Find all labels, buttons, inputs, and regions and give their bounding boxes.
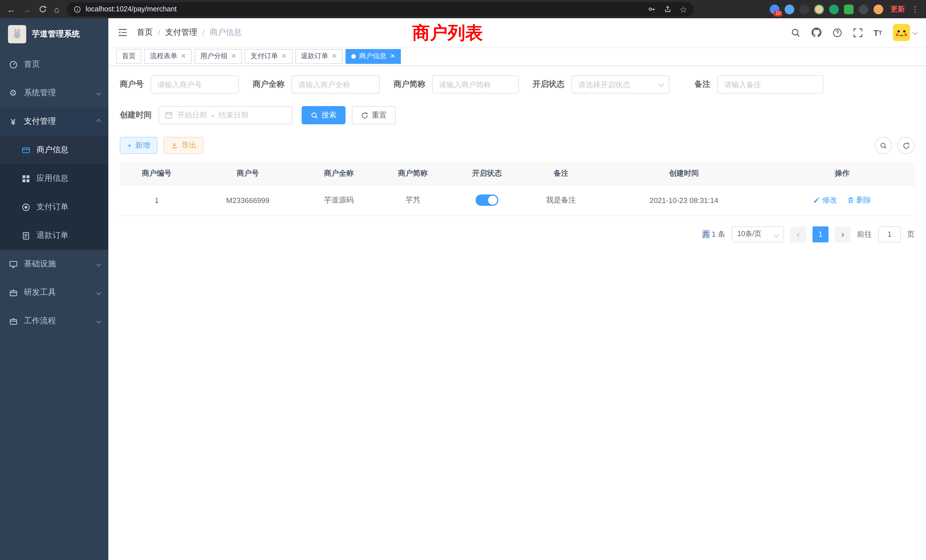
status-select[interactable]: [571, 75, 669, 94]
refresh-icon: [902, 142, 910, 149]
sidebar-item-payment[interactable]: ¥ 支付管理: [0, 107, 108, 136]
url-text[interactable]: localhost:1024/pay/merchant: [86, 5, 177, 13]
bookmark-star-icon[interactable]: ☆: [679, 5, 687, 14]
status-select-input[interactable]: [571, 75, 669, 94]
sidebar-item-home[interactable]: 首页: [0, 50, 108, 79]
extension-icon[interactable]: [844, 4, 853, 14]
add-button[interactable]: + 新增: [120, 137, 157, 154]
export-button[interactable]: 导出: [163, 137, 204, 154]
share-icon[interactable]: [663, 5, 672, 13]
fullscreen-icon[interactable]: [853, 28, 862, 37]
short-name-label: 商户简称: [393, 79, 425, 89]
search-button[interactable]: 搜索: [302, 106, 345, 124]
extension-icon[interactable]: [799, 4, 809, 14]
tag-home[interactable]: 首页: [117, 49, 141, 64]
document-icon: [21, 231, 31, 240]
status-label: 开启状态: [533, 79, 564, 89]
edit-button[interactable]: 修改: [813, 195, 837, 205]
sidebar-item-app-info[interactable]: 应用信息: [0, 164, 108, 193]
home-icon[interactable]: ⌂: [54, 5, 59, 14]
refresh-table-button[interactable]: [897, 137, 915, 154]
password-key-icon[interactable]: [648, 5, 655, 13]
extension-icon[interactable]: 10: [770, 4, 779, 14]
search-icon[interactable]: [791, 28, 800, 37]
cell-full-name: 芋道源码: [302, 185, 376, 216]
extension-icon[interactable]: [859, 4, 869, 14]
full-name-label: 商户全称: [253, 79, 284, 89]
hamburger-icon[interactable]: [118, 28, 128, 37]
date-start-placeholder: 开始日期: [177, 110, 207, 120]
tag-process-form[interactable]: 流程表单 ✕: [144, 49, 192, 64]
yen-icon: ¥: [8, 117, 18, 126]
top-navbar: 首页 / 支付管理 / 商户信息: [108, 18, 926, 47]
sidebar-item-dev-tools[interactable]: 研发工具: [0, 278, 108, 307]
github-icon[interactable]: [811, 27, 822, 38]
user-avatar[interactable]: [893, 24, 917, 41]
sidebar-item-workflow[interactable]: 工作流程: [0, 307, 108, 335]
delete-button[interactable]: 删除: [847, 195, 871, 205]
breadcrumb: 首页 / 支付管理 / 商户信息: [137, 27, 242, 38]
extension-icon[interactable]: [785, 4, 794, 14]
goto-label: 前往: [857, 229, 872, 239]
back-icon[interactable]: ←: [7, 5, 15, 14]
date-end-placeholder: 结束日期: [219, 110, 248, 120]
chevron-down-icon: [96, 319, 101, 324]
merchant-no-input[interactable]: [151, 75, 239, 94]
page-unit-label: 页: [907, 229, 915, 239]
close-icon[interactable]: ✕: [331, 53, 337, 60]
chevron-down-icon: [773, 232, 779, 237]
close-icon[interactable]: ✕: [231, 53, 236, 60]
extension-icon[interactable]: [814, 4, 824, 14]
pencil-icon: [813, 197, 820, 204]
cell-short-name: 芋艿: [376, 185, 450, 216]
sidebar-item-pay-order[interactable]: 支付订单: [0, 193, 108, 221]
sidebar-item-merchant-info[interactable]: 商户信息: [0, 136, 108, 164]
breadcrumb-home[interactable]: 首页: [137, 27, 153, 38]
forward-icon[interactable]: →: [23, 5, 31, 14]
chrome-update-button[interactable]: 更新: [891, 4, 905, 14]
app-title: 芋道管理系统: [32, 29, 80, 39]
sidebar-item-infrastructure[interactable]: 基础设施: [0, 250, 108, 278]
page-content: 商户号 商户全称 商户简称 开启状态 备注 创建时间: [108, 66, 926, 560]
app-logo: [8, 25, 26, 43]
prev-page-button[interactable]: ‹: [790, 226, 806, 242]
full-name-input[interactable]: [291, 75, 380, 94]
tag-merchant-info[interactable]: 商户信息 ✕: [345, 49, 401, 64]
tag-pay-order[interactable]: 支付订单 ✕: [245, 49, 292, 64]
breadcrumb-payment[interactable]: 支付管理: [165, 27, 197, 38]
close-icon[interactable]: ✕: [390, 53, 395, 60]
status-toggle[interactable]: [475, 194, 498, 206]
browser-menu-icon[interactable]: ⋮: [911, 5, 919, 14]
info-icon[interactable]: [74, 5, 81, 13]
sidebar-item-refund-order[interactable]: 退款订单: [0, 221, 108, 250]
remark-input[interactable]: [717, 75, 823, 94]
merchant-no-label: 商户号: [120, 79, 144, 89]
page-size-select[interactable]: 10条/页: [732, 226, 784, 242]
tag-refund-order[interactable]: 退款订单 ✕: [295, 49, 342, 64]
reset-button[interactable]: 重置: [352, 106, 396, 124]
next-page-button[interactable]: ›: [835, 226, 851, 242]
address-bar[interactable]: localhost:1024/pay/merchant ☆: [67, 2, 694, 16]
app-logo-row[interactable]: 芋道管理系统: [0, 18, 108, 50]
close-icon[interactable]: ✕: [181, 53, 186, 60]
close-icon[interactable]: ✕: [281, 53, 286, 60]
font-size-icon[interactable]: TT: [873, 28, 882, 37]
chevron-down-icon: [96, 290, 101, 295]
record-circle-icon: [21, 203, 31, 211]
page-number-button[interactable]: 1: [813, 226, 829, 242]
card-icon: [21, 146, 31, 154]
extension-icon[interactable]: [829, 4, 839, 14]
goto-page-input[interactable]: [878, 226, 901, 242]
profile-avatar[interactable]: [873, 4, 883, 14]
create-time-range-picker[interactable]: 开始日期 - 结束日期: [159, 106, 292, 124]
create-time-label: 创建时间: [120, 110, 152, 120]
grid-icon: [21, 174, 31, 183]
tag-user-group[interactable]: 用户分组 ✕: [194, 49, 242, 64]
toggle-search-button[interactable]: [875, 137, 892, 154]
short-name-input[interactable]: [432, 75, 519, 94]
help-icon[interactable]: [832, 28, 842, 37]
caret-down-icon: [913, 30, 918, 35]
refresh-icon[interactable]: [39, 5, 47, 13]
plus-icon: +: [127, 141, 132, 150]
sidebar-item-system[interactable]: ⚙ 系统管理: [0, 79, 108, 107]
